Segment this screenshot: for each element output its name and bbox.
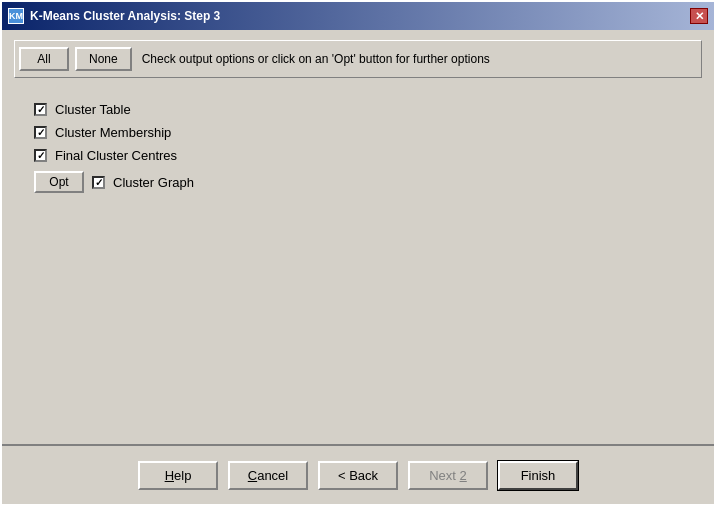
options-section: Cluster Table Cluster Membership Final C… <box>14 92 702 434</box>
window-icon: KM <box>8 8 24 24</box>
next-button[interactable]: Next 2 <box>408 461 488 490</box>
checkbox-cluster-membership[interactable] <box>34 126 47 139</box>
checkbox-cluster-graph[interactable] <box>92 176 105 189</box>
title-bar-left: KM K-Means Cluster Analysis: Step 3 <box>8 8 220 24</box>
label-cluster-graph: Cluster Graph <box>113 175 194 190</box>
none-button[interactable]: None <box>75 47 132 71</box>
content-area: All None Check output options or click o… <box>2 30 714 444</box>
option-row-final-cluster-centres: Final Cluster Centres <box>34 146 682 165</box>
back-button[interactable]: < Back <box>318 461 398 490</box>
main-window: KM K-Means Cluster Analysis: Step 3 ✕ Al… <box>0 0 716 506</box>
option-row-cluster-membership: Cluster Membership <box>34 123 682 142</box>
top-toolbar: All None Check output options or click o… <box>14 40 702 78</box>
checkbox-final-cluster-centres[interactable] <box>34 149 47 162</box>
hint-text: Check output options or click on an 'Opt… <box>138 52 697 66</box>
all-button[interactable]: All <box>19 47 69 71</box>
label-cluster-table: Cluster Table <box>55 102 131 117</box>
title-bar: KM K-Means Cluster Analysis: Step 3 ✕ <box>2 2 714 30</box>
option-row-cluster-graph: Opt Cluster Graph <box>34 169 682 195</box>
option-row-cluster-table: Cluster Table <box>34 100 682 119</box>
close-button[interactable]: ✕ <box>690 8 708 24</box>
finish-button[interactable]: Finish <box>498 461 578 490</box>
cancel-button[interactable]: Cancel <box>228 461 308 490</box>
window-title: K-Means Cluster Analysis: Step 3 <box>30 9 220 23</box>
label-cluster-membership: Cluster Membership <box>55 125 171 140</box>
opt-button[interactable]: Opt <box>34 171 84 193</box>
label-final-cluster-centres: Final Cluster Centres <box>55 148 177 163</box>
checkbox-cluster-table[interactable] <box>34 103 47 116</box>
bottom-bar: Help Cancel < Back Next 2 Finish <box>2 444 714 504</box>
help-button[interactable]: Help <box>138 461 218 490</box>
